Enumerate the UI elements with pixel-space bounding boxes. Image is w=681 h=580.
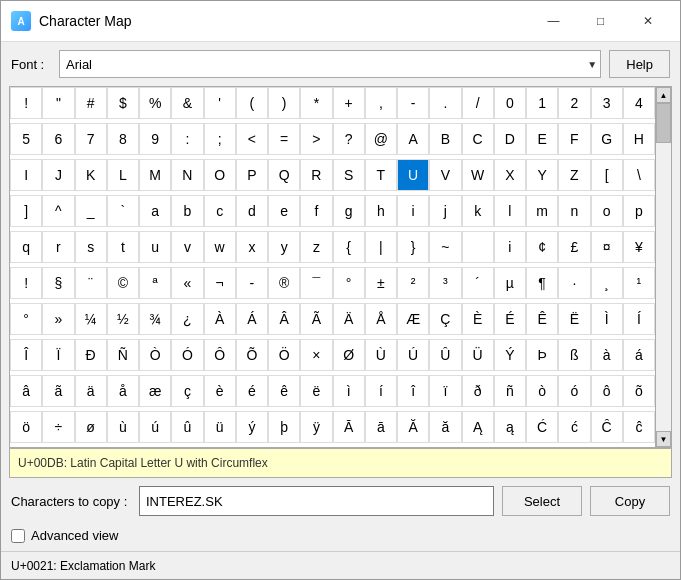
char-cell[interactable]: ¯ [300,267,332,299]
char-cell[interactable]: F [558,123,590,155]
char-cell[interactable]: Ă [397,411,429,443]
char-cell[interactable]: z [300,231,332,263]
char-cell[interactable]: ½ [107,303,139,335]
copy-input[interactable] [139,486,494,516]
char-cell[interactable]: « [171,267,203,299]
char-cell[interactable]: ¹ [623,267,655,299]
char-cell[interactable]: x [236,231,268,263]
char-cell[interactable]: Í [623,303,655,335]
char-cell[interactable]: ! [10,87,42,119]
char-cell[interactable]: ( [236,87,268,119]
char-cell[interactable]: c [204,195,236,227]
char-cell[interactable]: ! [10,267,42,299]
char-cell[interactable]: 2 [558,87,590,119]
char-cell[interactable]: § [42,267,74,299]
char-cell[interactable]: Ê [526,303,558,335]
char-cell[interactable]: + [333,87,365,119]
char-cell[interactable]: o [591,195,623,227]
char-cell[interactable]: Ó [171,339,203,371]
char-cell[interactable]: 0 [494,87,526,119]
char-cell[interactable]: ] [10,195,42,227]
char-cell[interactable]: 9 [139,123,171,155]
char-cell[interactable]: q [10,231,42,263]
char-cell[interactable]: ¥ [623,231,655,263]
char-cell[interactable]: Ï [42,339,74,371]
char-cell[interactable]: ' [204,87,236,119]
char-cell[interactable]: ä [75,375,107,407]
char-cell[interactable]: y [268,231,300,263]
char-cell[interactable]: L [107,159,139,191]
char-cell[interactable]: ± [365,267,397,299]
char-cell[interactable]: æ [139,375,171,407]
char-cell[interactable]: ú [139,411,171,443]
char-cell[interactable]: 8 [107,123,139,155]
char-cell[interactable]: @ [365,123,397,155]
close-button[interactable]: ✕ [625,6,670,36]
char-cell[interactable]: t [107,231,139,263]
char-cell[interactable]: ý [236,411,268,443]
char-cell[interactable]: ¢ [526,231,558,263]
char-cell[interactable]: [ [591,159,623,191]
char-cell[interactable]: ¶ [526,267,558,299]
char-cell[interactable]: a [139,195,171,227]
char-cell[interactable]: Ô [204,339,236,371]
char-cell[interactable]: û [171,411,203,443]
char-cell[interactable]: ; [204,123,236,155]
char-cell[interactable]: ë [300,375,332,407]
char-cell[interactable]: þ [268,411,300,443]
advanced-view-checkbox[interactable] [11,529,25,543]
char-cell[interactable]: . [429,87,461,119]
char-cell[interactable]: r [42,231,74,263]
char-cell[interactable]: Þ [526,339,558,371]
char-cell[interactable]: á [623,339,655,371]
char-cell[interactable]: 4 [623,87,655,119]
char-cell[interactable]: ª [139,267,171,299]
char-cell[interactable]: < [236,123,268,155]
char-cell[interactable]: í [365,375,397,407]
char-cell[interactable]: $ [107,87,139,119]
char-cell[interactable]: - [397,87,429,119]
char-cell[interactable]: Ü [462,339,494,371]
char-cell[interactable]: ¼ [75,303,107,335]
font-dropdown[interactable]: Arial [59,50,601,78]
char-cell[interactable]: 5 [10,123,42,155]
char-cell[interactable]: P [236,159,268,191]
char-cell[interactable]: B [429,123,461,155]
select-button[interactable]: Select [502,486,582,516]
copy-button[interactable]: Copy [590,486,670,516]
char-cell[interactable]: T [365,159,397,191]
char-cell[interactable]: 1 [526,87,558,119]
help-button[interactable]: Help [609,50,670,78]
char-cell[interactable]: ā [365,411,397,443]
char-cell[interactable]: ² [397,267,429,299]
char-cell[interactable]: è [204,375,236,407]
char-cell[interactable]: Ì [591,303,623,335]
char-cell[interactable]: ^ [42,195,74,227]
char-cell[interactable]: X [494,159,526,191]
char-cell[interactable]: ? [333,123,365,155]
char-cell[interactable]: w [204,231,236,263]
char-cell[interactable]: I [10,159,42,191]
char-cell[interactable]: » [42,303,74,335]
char-cell[interactable]: Ñ [107,339,139,371]
maximize-button[interactable]: □ [578,6,623,36]
char-cell[interactable]: ³ [429,267,461,299]
char-cell[interactable]: é [236,375,268,407]
char-cell[interactable]: ø [75,411,107,443]
char-cell[interactable]: Ą [462,411,494,443]
font-selector[interactable]: Arial ▼ [59,50,601,78]
char-cell[interactable]: ¤ [591,231,623,263]
char-cell[interactable]: ` [107,195,139,227]
char-cell[interactable]: Û [429,339,461,371]
char-cell[interactable]: d [236,195,268,227]
char-cell[interactable]: \ [623,159,655,191]
scroll-up-button[interactable]: ▲ [656,87,671,103]
char-cell[interactable] [462,231,494,263]
char-cell[interactable]: Ú [397,339,429,371]
char-cell[interactable]: ï [429,375,461,407]
char-cell[interactable]: Â [268,303,300,335]
char-cell[interactable]: ç [171,375,203,407]
char-cell[interactable]: ~ [429,231,461,263]
char-cell[interactable]: Ë [558,303,590,335]
char-cell[interactable]: m [526,195,558,227]
